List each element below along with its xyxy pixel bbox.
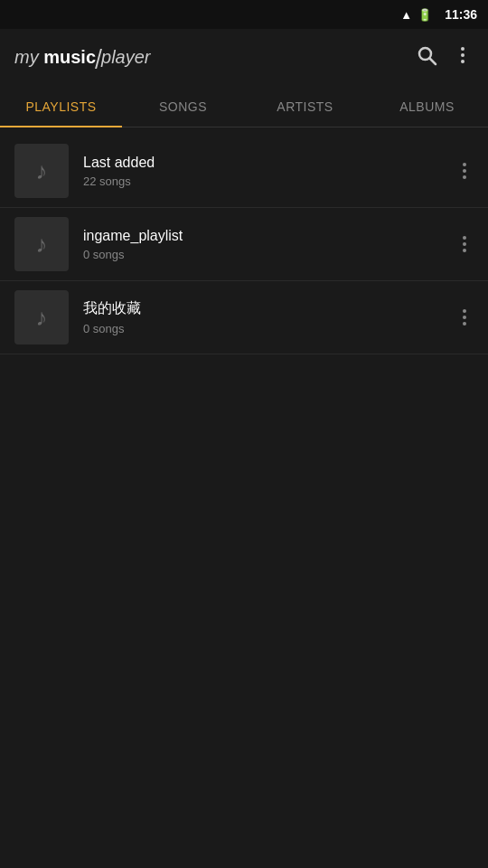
music-note-icon: ♪ xyxy=(36,231,48,259)
playlist-info-1: Last added 22 songs xyxy=(83,155,455,188)
music-note-icon: ♪ xyxy=(36,304,48,332)
app-logo: my musicplayer xyxy=(14,47,151,69)
playlist-thumbnail-1: ♪ xyxy=(14,144,69,198)
more-options-button[interactable] xyxy=(452,44,474,71)
playlist-info-3: 我的收藏 0 songs xyxy=(83,299,455,335)
dot xyxy=(463,242,466,246)
playlist-count-2: 0 songs xyxy=(83,248,455,261)
status-time: 11:36 xyxy=(445,7,477,22)
playlist-count-1: 22 songs xyxy=(83,175,455,188)
status-bar: ▲ 🔋 11:36 xyxy=(0,0,488,29)
dot xyxy=(463,309,466,313)
header-actions xyxy=(416,44,474,71)
svg-point-3 xyxy=(461,53,465,57)
tab-artists[interactable]: ARTISTS xyxy=(244,87,366,127)
playlist-name-3: 我的收藏 xyxy=(83,299,455,318)
svg-point-4 xyxy=(461,60,465,63)
dot xyxy=(463,175,466,179)
search-button[interactable] xyxy=(416,44,437,71)
status-icons: ▲ 🔋 11:36 xyxy=(400,7,477,22)
logo-text: my musicplayer xyxy=(14,47,151,69)
dot xyxy=(463,249,466,252)
logo-music: music xyxy=(43,47,96,67)
svg-line-1 xyxy=(430,59,436,65)
playlist-name-1: Last added xyxy=(83,155,455,171)
dot xyxy=(463,163,466,166)
playlist-count-3: 0 songs xyxy=(83,322,455,335)
playlist-more-button-3[interactable] xyxy=(455,302,474,333)
dot xyxy=(463,322,466,326)
playlist-thumbnail-2: ♪ xyxy=(14,217,69,271)
logo-player: player xyxy=(101,47,150,67)
dot xyxy=(463,236,466,240)
tab-playlists[interactable]: PLAYLISTS xyxy=(0,87,122,127)
playlist-thumbnail-3: ♪ xyxy=(14,290,69,344)
tab-albums[interactable]: ALBUMS xyxy=(366,87,488,127)
wifi-icon: ▲ xyxy=(400,8,412,22)
list-item[interactable]: ♪ 我的收藏 0 songs xyxy=(0,281,488,354)
list-item[interactable]: ♪ ingame_playlist 0 songs xyxy=(0,208,488,281)
playlist-info-2: ingame_playlist 0 songs xyxy=(83,228,455,261)
playlist-more-button-2[interactable] xyxy=(455,229,474,259)
playlist-name-2: ingame_playlist xyxy=(83,228,455,244)
dot xyxy=(463,169,466,173)
playlist-more-button-1[interactable] xyxy=(455,156,474,186)
list-item[interactable]: ♪ Last added 22 songs xyxy=(0,135,488,208)
tab-bar: PLAYLISTS SONGS ARTISTS ALBUMS xyxy=(0,87,488,127)
app-header: my musicplayer xyxy=(0,29,488,87)
dot xyxy=(463,316,466,319)
tab-songs[interactable]: SONGS xyxy=(122,87,244,127)
playlist-list: ♪ Last added 22 songs ♪ ingame_playlist … xyxy=(0,127,488,362)
logo-my: my xyxy=(14,47,43,67)
music-note-icon: ♪ xyxy=(36,157,48,185)
svg-point-2 xyxy=(461,47,465,51)
battery-icon: 🔋 xyxy=(418,8,432,22)
